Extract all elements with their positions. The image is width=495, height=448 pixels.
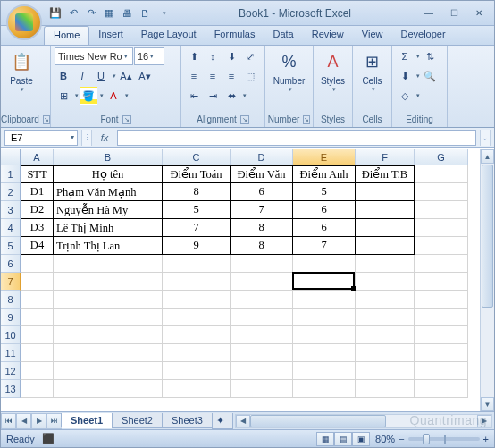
align-left-icon[interactable]: ≡	[185, 67, 203, 85]
save-icon[interactable]: 💾	[47, 5, 63, 21]
cell-C6[interactable]	[163, 255, 231, 273]
cell-B5[interactable]: Trịnh Thị Lan	[54, 237, 163, 255]
align-bottom-icon[interactable]: ⬇	[222, 47, 240, 65]
cell-A5[interactable]: D4	[21, 237, 54, 255]
cell-A13[interactable]	[21, 380, 54, 398]
cell-E12[interactable]	[293, 362, 356, 380]
office-button[interactable]	[6, 4, 42, 40]
align-right-icon[interactable]: ≡	[222, 67, 240, 85]
cell-B12[interactable]	[54, 362, 163, 380]
cell-G6[interactable]	[415, 255, 468, 273]
col-header-A[interactable]: A	[21, 149, 54, 165]
cell-B11[interactable]	[54, 344, 163, 362]
first-sheet-icon[interactable]: ⏮	[1, 413, 16, 429]
cell-D1[interactable]: Điểm Văn	[231, 165, 293, 183]
font-launcher[interactable]: ↘	[122, 115, 131, 124]
cell-C4[interactable]: 7	[163, 219, 231, 237]
cell-G11[interactable]	[415, 344, 468, 362]
cell-E4[interactable]: 6	[293, 219, 356, 237]
fill-icon[interactable]: ⬇	[396, 67, 414, 85]
cell-B4[interactable]: Lê Thị Minh	[54, 219, 163, 237]
cell-D7[interactable]	[231, 273, 293, 291]
cell-F10[interactable]	[356, 326, 415, 344]
cell-C12[interactable]	[163, 362, 231, 380]
shrink-font-icon[interactable]: A▾	[136, 67, 154, 85]
cell-G5[interactable]	[415, 237, 468, 255]
cell-F7[interactable]	[356, 273, 415, 291]
cell-C2[interactable]: 8	[163, 183, 231, 201]
next-sheet-icon[interactable]: ▶	[31, 413, 46, 429]
col-header-C[interactable]: C	[163, 149, 231, 165]
cell-C7[interactable]	[163, 273, 231, 291]
row-header-9[interactable]: 9	[1, 309, 21, 326]
undo-icon[interactable]: ↶	[65, 5, 81, 21]
cell-E9[interactable]	[293, 309, 356, 326]
cell-E2[interactable]: 5	[293, 183, 356, 201]
paste-button[interactable]: 📋Paste▾	[4, 47, 38, 95]
formula-input[interactable]	[117, 130, 476, 146]
col-header-F[interactable]: F	[356, 149, 415, 165]
number-launcher[interactable]: ↘	[303, 115, 310, 124]
page-layout-view-icon[interactable]: ▤	[334, 432, 352, 446]
cell-C9[interactable]	[163, 309, 231, 326]
cell-F11[interactable]	[356, 344, 415, 362]
preview-icon[interactable]: 🗋	[137, 5, 153, 21]
zoom-thumb[interactable]	[423, 434, 430, 444]
print-icon[interactable]: 🖶	[119, 5, 135, 21]
cell-A7[interactable]	[21, 273, 54, 291]
cell-G13[interactable]	[415, 380, 468, 398]
cell-C1[interactable]: Điểm Toán	[163, 165, 231, 183]
font-name-combo[interactable]: Times New Ro▾	[55, 47, 133, 65]
cell-E13[interactable]	[293, 380, 356, 398]
cell-B8[interactable]	[54, 291, 163, 309]
row-header-5[interactable]: 5	[1, 237, 21, 255]
grow-font-icon[interactable]: A▴	[117, 67, 135, 85]
row-header-1[interactable]: 1	[1, 165, 21, 183]
sheet-tab-2[interactable]: Sheet2	[112, 413, 163, 428]
fx-button[interactable]: fx	[96, 130, 113, 146]
cell-A1[interactable]: STT	[21, 165, 54, 183]
cell-D10[interactable]	[231, 326, 293, 344]
cell-G4[interactable]	[415, 219, 468, 237]
cell-C10[interactable]	[163, 326, 231, 344]
row-header-2[interactable]: 2	[1, 183, 21, 201]
col-header-B[interactable]: B	[54, 149, 163, 165]
vscroll-thumb[interactable]	[482, 165, 493, 308]
cell-D8[interactable]	[231, 291, 293, 309]
select-all-corner[interactable]	[1, 149, 21, 165]
redo-icon[interactable]: ↷	[83, 5, 99, 21]
merge-center-icon[interactable]: ⬌	[222, 87, 240, 105]
tab-page-layout[interactable]: Page Layout	[132, 26, 206, 45]
clear-icon[interactable]: ◇	[396, 87, 414, 105]
align-middle-icon[interactable]: ↕	[204, 47, 222, 65]
number-format-button[interactable]: %Number▾	[268, 47, 311, 95]
row-header-13[interactable]: 13	[1, 380, 21, 398]
sheet-tab-3[interactable]: Sheet3	[162, 413, 213, 428]
cell-C11[interactable]	[163, 344, 231, 362]
cell-C3[interactable]: 5	[163, 201, 231, 219]
cell-D11[interactable]	[231, 344, 293, 362]
row-header-10[interactable]: 10	[1, 326, 21, 344]
wrap-text-icon[interactable]: ⬚	[241, 67, 259, 85]
cell-F1[interactable]: Điểm T.B	[356, 165, 415, 183]
cell-B13[interactable]	[54, 380, 163, 398]
cell-D3[interactable]: 7	[231, 201, 293, 219]
cell-E11[interactable]	[293, 344, 356, 362]
cell-A2[interactable]: D1	[21, 183, 54, 201]
decrease-indent-icon[interactable]: ⇤	[185, 87, 203, 105]
cell-D6[interactable]	[231, 255, 293, 273]
col-header-D[interactable]: D	[231, 149, 293, 165]
tab-developer[interactable]: Developer	[391, 26, 454, 45]
fbar-expand[interactable]: ⌄	[480, 130, 491, 146]
hscroll-thumb[interactable]	[250, 415, 387, 427]
alignment-launcher[interactable]: ↘	[240, 115, 249, 124]
vertical-scrollbar[interactable]: ▲ ▼	[480, 149, 494, 411]
zoom-slider[interactable]	[408, 437, 480, 441]
autosum-icon[interactable]: Σ	[396, 47, 414, 65]
maximize-button[interactable]: ☐	[442, 6, 466, 21]
cell-E10[interactable]	[293, 326, 356, 344]
tab-insert[interactable]: Insert	[89, 26, 132, 45]
cell-A8[interactable]	[21, 291, 54, 309]
cell-G12[interactable]	[415, 362, 468, 380]
cell-B1[interactable]: Họ tên	[54, 165, 163, 183]
